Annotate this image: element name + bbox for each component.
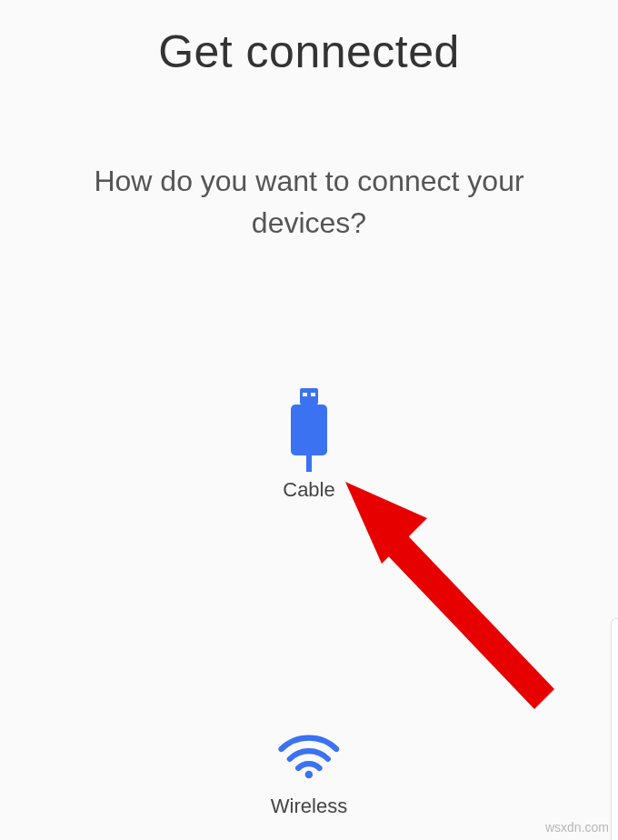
svg-point-5	[305, 771, 314, 779]
edge-sliver	[611, 618, 618, 840]
option-wireless[interactable]: Wireless	[271, 724, 347, 818]
svg-rect-1	[303, 393, 307, 396]
wifi-icon	[277, 724, 341, 787]
option-wireless-label: Wireless	[271, 795, 347, 818]
svg-rect-4	[306, 455, 312, 472]
option-cable[interactable]: Cable	[277, 389, 341, 502]
svg-rect-3	[291, 405, 327, 455]
svg-marker-7	[378, 525, 554, 709]
red-arrow-annotation	[327, 464, 563, 722]
watermark: wsxdn.com	[545, 820, 609, 835]
svg-marker-6	[345, 482, 427, 564]
option-cable-label: Cable	[283, 478, 334, 502]
usb-cable-icon	[277, 389, 341, 471]
page-subtitle: How do you want to connect your devices?	[0, 160, 618, 245]
svg-rect-2	[311, 393, 315, 396]
page-title: Get connected	[0, 0, 618, 78]
